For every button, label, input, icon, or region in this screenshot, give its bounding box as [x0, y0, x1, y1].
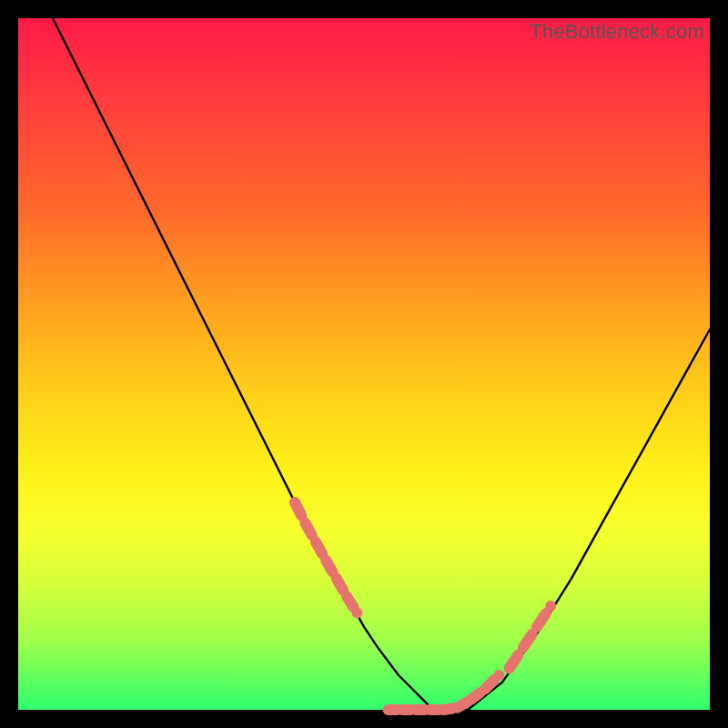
dash-mark — [510, 655, 519, 669]
dash-mark — [347, 596, 353, 607]
dashed-overlay — [295, 502, 556, 710]
dash-mark — [471, 693, 480, 699]
chart-svg-layer — [18, 18, 710, 710]
dash-mark — [305, 523, 311, 535]
bottleneck-curve — [53, 18, 710, 710]
dash-mark — [458, 703, 467, 708]
dash-mark — [351, 608, 362, 619]
dash-mark — [493, 670, 504, 681]
chart-plot-area: TheBottleneck.com — [18, 18, 710, 710]
dash-mark — [326, 561, 332, 572]
dash-mark — [295, 502, 301, 516]
dash-mark — [523, 634, 532, 648]
dash-mark — [537, 613, 546, 627]
dash-mark — [485, 680, 494, 689]
dash-mark — [545, 601, 556, 612]
dash-mark — [316, 541, 322, 553]
chart-frame: TheBottleneck.com — [18, 18, 710, 710]
dash-mark — [443, 709, 452, 711]
dash-mark — [337, 579, 343, 591]
